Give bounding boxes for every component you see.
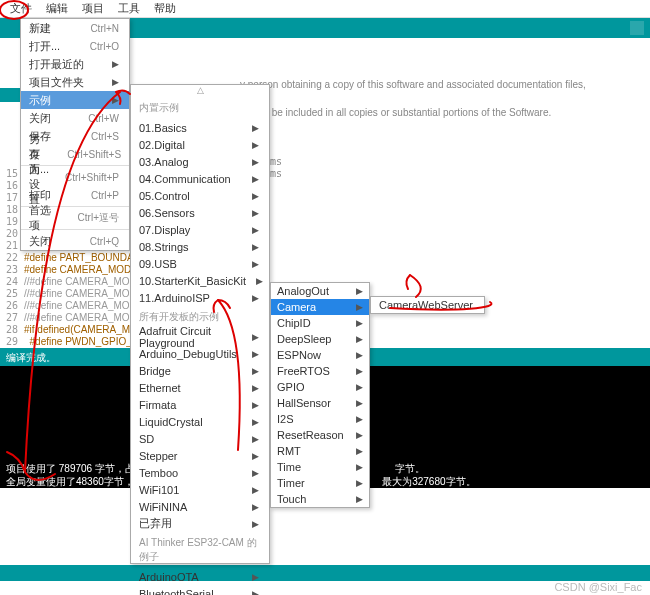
esp32-item[interactable]: ESPNow▶ xyxy=(271,347,369,363)
examples-item[interactable]: 08.Strings▶ xyxy=(131,238,269,255)
file-menu: 新建Ctrl+N打开...Ctrl+O打开最近的▶项目文件夹▶示例▶关闭Ctrl… xyxy=(20,18,130,251)
examples-item[interactable]: LiquidCrystal▶ xyxy=(131,413,269,430)
file-menu-item[interactable]: 关闭Ctrl+Q xyxy=(21,232,129,250)
examples-item[interactable]: 已弃用▶ xyxy=(131,515,269,532)
examples-item[interactable]: SD▶ xyxy=(131,430,269,447)
esp32-item[interactable]: GPIO▶ xyxy=(271,379,369,395)
examples-item[interactable]: 07.Display▶ xyxy=(131,221,269,238)
file-menu-item[interactable]: 打开...Ctrl+O xyxy=(21,37,129,55)
esp32-item[interactable]: I2S▶ xyxy=(271,411,369,427)
examples-item[interactable]: 04.Communication▶ xyxy=(131,170,269,187)
line-gutter: 15161718192021222324252627282930 xyxy=(0,168,22,360)
esp32-item[interactable]: RMT▶ xyxy=(271,443,369,459)
file-menu-item[interactable]: 关闭Ctrl+W xyxy=(21,109,129,127)
esp32-item[interactable]: Timer▶ xyxy=(271,475,369,491)
esp32-item[interactable]: ResetReason▶ xyxy=(271,427,369,443)
examples-item[interactable]: ArduinoOTA▶ xyxy=(131,568,269,585)
menu-sketch[interactable]: 项目 xyxy=(76,0,110,18)
esp32-submenu: AnalogOut▶Camera▶ChipID▶DeepSleep▶ESPNow… xyxy=(270,282,370,508)
esp32-item[interactable]: AnalogOut▶ xyxy=(271,283,369,299)
file-menu-item[interactable]: 首选项Ctrl+逗号 xyxy=(21,209,129,227)
examples-item[interactable]: 02.Digital▶ xyxy=(131,136,269,153)
esp32-item[interactable]: ChipID▶ xyxy=(271,315,369,331)
file-menu-item[interactable]: 项目文件夹▶ xyxy=(21,73,129,91)
menu-help[interactable]: 帮助 xyxy=(148,0,182,18)
license-text: y person obtaining a copy of this softwa… xyxy=(240,78,650,120)
examples-item[interactable]: WiFiNINA▶ xyxy=(131,498,269,515)
watermark: CSDN @Sixi_Fac xyxy=(554,581,642,593)
examples-item[interactable]: Arduino_DebugUtils▶ xyxy=(131,345,269,362)
examples-item[interactable]: Firmata▶ xyxy=(131,396,269,413)
examples-item[interactable]: Temboo▶ xyxy=(131,464,269,481)
examples-item[interactable]: 11.ArduinoISP▶ xyxy=(131,289,269,306)
file-menu-item[interactable]: 打印Ctrl+P xyxy=(21,186,129,204)
examples-item[interactable]: 10.StarterKit_BasicKit▶ xyxy=(131,272,269,289)
esp32-item[interactable]: Camera▶ xyxy=(271,299,369,315)
examples-item[interactable]: Ethernet▶ xyxy=(131,379,269,396)
examples-item[interactable]: 01.Basics▶ xyxy=(131,119,269,136)
esp32-item[interactable]: HallSensor▶ xyxy=(271,395,369,411)
serial-monitor-icon[interactable] xyxy=(630,21,644,35)
board-bar xyxy=(0,565,650,581)
file-menu-item[interactable]: 示例▶ xyxy=(21,91,129,109)
menu-tools[interactable]: 工具 xyxy=(112,0,146,18)
file-menu-item[interactable]: 新建Ctrl+N xyxy=(21,19,129,37)
menu-file[interactable]: 文件 xyxy=(4,0,38,18)
examples-submenu: △ 内置示例01.Basics▶02.Digital▶03.Analog▶04.… xyxy=(130,84,270,564)
esp32-item[interactable]: DeepSleep▶ xyxy=(271,331,369,347)
examples-item[interactable]: 05.Control▶ xyxy=(131,187,269,204)
esp32-item[interactable]: Touch▶ xyxy=(271,491,369,507)
menu-edit[interactable]: 编辑 xyxy=(40,0,74,18)
examples-item[interactable]: Stepper▶ xyxy=(131,447,269,464)
esp32-item[interactable]: FreeRTOS▶ xyxy=(271,363,369,379)
examples-item[interactable]: Adafruit Circuit Playground▶ xyxy=(131,328,269,345)
camera-item[interactable]: CameraWebServer xyxy=(371,297,484,313)
examples-item[interactable]: WiFi101▶ xyxy=(131,481,269,498)
menubar: 文件 编辑 项目 工具 帮助 xyxy=(0,0,650,18)
file-menu-item[interactable]: 页面设置Ctrl+Shift+P xyxy=(21,168,129,186)
examples-item[interactable]: 03.Analog▶ xyxy=(131,153,269,170)
examples-item[interactable]: Bridge▶ xyxy=(131,362,269,379)
examples-item[interactable]: 06.Sensors▶ xyxy=(131,204,269,221)
scroll-up-icon[interactable]: △ xyxy=(131,85,269,97)
file-menu-item[interactable]: 打开最近的▶ xyxy=(21,55,129,73)
esp32-item[interactable]: Time▶ xyxy=(271,459,369,475)
examples-item[interactable]: 09.USB▶ xyxy=(131,255,269,272)
examples-item[interactable]: BluetoothSerial▶ xyxy=(131,585,269,595)
camera-submenu: CameraWebServer xyxy=(370,296,485,314)
